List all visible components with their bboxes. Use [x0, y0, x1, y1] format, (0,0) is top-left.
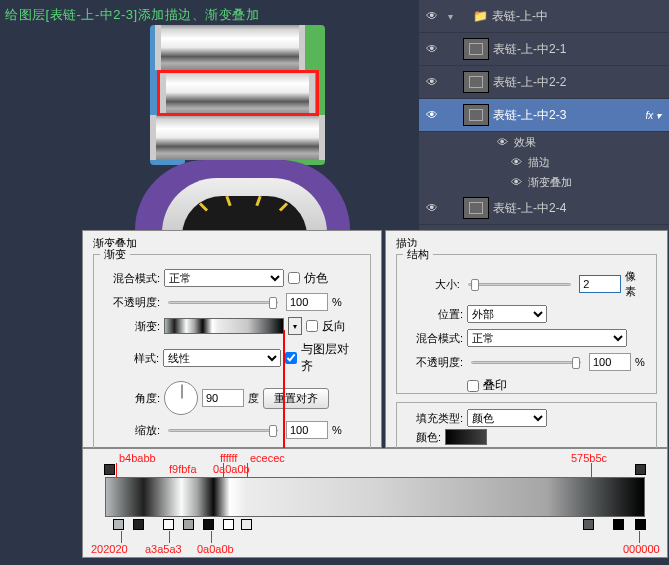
blend-mode-select[interactable]: 正常: [164, 269, 284, 287]
reverse-checkbox[interactable]: [306, 320, 318, 332]
layers-panel: 👁 ▾ 📁 表链-上-中 👁 表链-上-中2-1 👁 表链-上-中2-2 👁 表…: [419, 0, 669, 230]
blend-mode-select[interactable]: 正常: [467, 329, 627, 347]
effects-label: 效果: [514, 135, 536, 150]
layer-row-active[interactable]: 👁 表链-上-中2-3 fx ▾: [419, 99, 669, 132]
annotation-arrow: [283, 330, 285, 455]
stop-label: a3a5a3: [145, 543, 182, 555]
gradient-preview[interactable]: [164, 318, 284, 334]
reset-align-button[interactable]: 重置对齐: [263, 388, 329, 409]
layer-row[interactable]: 👁 表链-上-中2-4: [419, 192, 669, 225]
dialog-title: 渐变叠加: [93, 236, 371, 251]
reverse-label: 反向: [322, 318, 346, 335]
gradient-label: 渐变:: [104, 319, 160, 334]
gradient-overlay-dialog: 渐变叠加 渐变 混合模式: 正常 仿色 不透明度: % 渐变: ▾ 反向 样式:…: [82, 230, 382, 448]
annotation-line: [591, 463, 592, 477]
folder-icon: 📁: [473, 9, 488, 23]
annotation-line: [247, 463, 248, 477]
percent-unit: %: [332, 424, 342, 436]
opacity-stop[interactable]: [635, 464, 646, 475]
overprint-checkbox[interactable]: [467, 380, 479, 392]
gradient-bar[interactable]: [105, 477, 645, 517]
layer-name: 表链-上-中2-2: [493, 74, 566, 91]
opacity-label: 不透明度:: [407, 355, 463, 370]
scale-input[interactable]: [286, 421, 328, 439]
fx-badge[interactable]: fx ▾: [645, 110, 661, 121]
opacity-slider[interactable]: [168, 301, 278, 304]
stop-label: 202020: [91, 543, 128, 555]
visibility-icon[interactable]: 👁: [423, 73, 441, 91]
color-stop[interactable]: [183, 519, 194, 530]
style-label: 样式:: [104, 351, 159, 366]
stop-label: 000000: [623, 543, 660, 555]
visibility-icon[interactable]: 👁: [497, 136, 508, 148]
stop-label: b4babb: [119, 452, 156, 464]
color-stop[interactable]: [163, 519, 174, 530]
visibility-icon[interactable]: 👁: [423, 106, 441, 124]
collapse-icon[interactable]: ▾: [445, 11, 455, 22]
color-stop[interactable]: [583, 519, 594, 530]
effect-stroke-row[interactable]: 👁 描边: [419, 152, 669, 172]
degree-unit: 度: [248, 391, 259, 406]
angle-input[interactable]: [202, 389, 244, 407]
angle-dial[interactable]: [164, 381, 198, 415]
color-stop[interactable]: [223, 519, 234, 530]
annotation-line: [169, 531, 170, 543]
section-label: 结构: [403, 247, 433, 262]
layer-thumb: [463, 38, 489, 60]
opacity-label: 不透明度:: [104, 295, 160, 310]
color-stop[interactable]: [635, 519, 646, 530]
effects-header[interactable]: 👁 效果: [419, 132, 669, 152]
watch-link: [155, 25, 305, 70]
size-slider[interactable]: [468, 283, 572, 286]
stop-label: f9fbfa: [169, 463, 197, 475]
fill-type-select[interactable]: 颜色: [467, 409, 547, 427]
stop-label: 0a0a0b: [197, 543, 234, 555]
color-stop[interactable]: [613, 519, 624, 530]
color-stop[interactable]: [133, 519, 144, 530]
effect-gradient-row[interactable]: 👁 渐变叠加: [419, 172, 669, 192]
gradient-editor: b4babb f9fbfa 0a0a0b ffffff ececec 575b5…: [82, 448, 668, 558]
opacity-slider[interactable]: [471, 361, 581, 364]
layer-row[interactable]: 👁 表链-上-中2-1: [419, 33, 669, 66]
highlight-box: [157, 70, 319, 116]
opacity-input[interactable]: [286, 293, 328, 311]
dither-label: 仿色: [304, 270, 328, 287]
dither-checkbox[interactable]: [288, 272, 300, 284]
effect-name: 描边: [528, 155, 550, 170]
size-input[interactable]: [579, 275, 621, 293]
layer-group-row[interactable]: 👁 ▾ 📁 表链-上-中: [419, 0, 669, 33]
color-swatch[interactable]: [445, 429, 487, 445]
visibility-icon[interactable]: 👁: [423, 7, 441, 25]
watch-link: [150, 115, 325, 160]
layer-name: 表链-上-中2-4: [493, 200, 566, 217]
annotation-line: [121, 531, 122, 543]
layer-group-name: 表链-上-中: [492, 8, 548, 25]
layer-name: 表链-上-中2-1: [493, 41, 566, 58]
layer-row[interactable]: 👁 表链-上-中2-2: [419, 66, 669, 99]
color-stop[interactable]: [203, 519, 214, 530]
size-label: 大小:: [407, 277, 460, 292]
color-stop[interactable]: [241, 519, 252, 530]
px-unit: 像素: [625, 269, 646, 299]
annotation-line: [211, 531, 212, 543]
align-checkbox[interactable]: [285, 352, 297, 364]
position-select[interactable]: 外部: [467, 305, 547, 323]
visibility-icon[interactable]: 👁: [511, 176, 522, 188]
gradient-picker-arrow[interactable]: ▾: [288, 317, 302, 335]
percent-unit: %: [635, 356, 645, 368]
opacity-stop[interactable]: [104, 464, 115, 475]
stop-label: ececec: [250, 452, 285, 464]
color-stop[interactable]: [113, 519, 124, 530]
visibility-icon[interactable]: 👁: [423, 199, 441, 217]
scale-label: 缩放:: [104, 423, 160, 438]
layer-thumb: [463, 197, 489, 219]
style-select[interactable]: 线性: [163, 349, 281, 367]
layer-thumb: [463, 104, 489, 126]
align-label: 与图层对齐: [301, 341, 360, 375]
visibility-icon[interactable]: 👁: [423, 40, 441, 58]
layer-name: 表链-上-中2-3: [493, 107, 566, 124]
opacity-input[interactable]: [589, 353, 631, 371]
visibility-icon[interactable]: 👁: [511, 156, 522, 168]
annotation-line: [116, 463, 117, 477]
scale-slider[interactable]: [168, 429, 278, 432]
